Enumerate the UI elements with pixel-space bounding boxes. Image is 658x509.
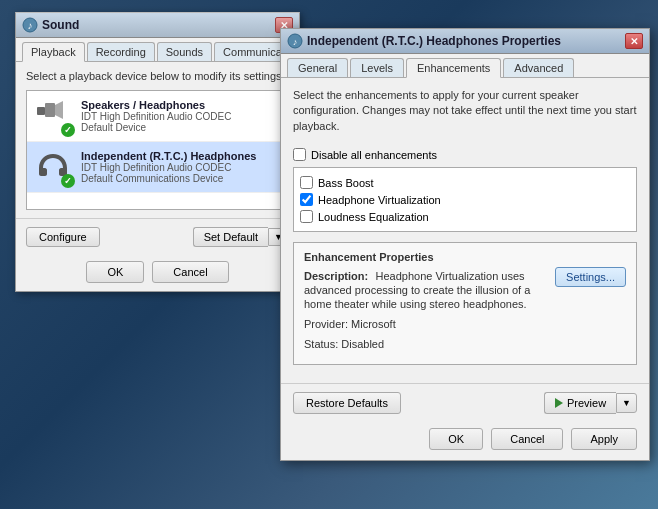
description-label: Description: xyxy=(304,270,368,282)
sound-tabs: Playback Recording Sounds Communications xyxy=(16,38,299,62)
preview-btn-group: Preview ▼ xyxy=(544,392,637,414)
svg-rect-2 xyxy=(45,103,55,117)
props-tab-levels[interactable]: Levels xyxy=(350,58,404,77)
svg-text:♪: ♪ xyxy=(293,37,298,47)
sound-ok-cancel: OK Cancel xyxy=(16,255,299,291)
tab-playback[interactable]: Playback xyxy=(22,42,85,62)
sound-cancel-button[interactable]: Cancel xyxy=(152,261,228,283)
props-ok-button[interactable]: OK xyxy=(429,428,483,450)
props-tab-enhancements[interactable]: Enhancements xyxy=(406,58,501,78)
sound-titlebar: ♪ Sound ✕ xyxy=(16,13,299,38)
device-item-speakers[interactable]: ✓ Speakers / Headphones IDT High Definit… xyxy=(27,91,288,142)
headphones-check: ✓ xyxy=(61,174,75,188)
svg-text:♪: ♪ xyxy=(28,20,33,31)
speakers-info: Speakers / Headphones IDT High Definitio… xyxy=(81,99,280,133)
sound-content: Select a playback device below to modify… xyxy=(16,62,299,218)
props-title: Independent (R.T.C.) Headphones Properti… xyxy=(307,34,561,48)
preview-button[interactable]: Preview xyxy=(544,392,616,414)
disable-all-checkbox[interactable] xyxy=(293,148,306,161)
props-ok-cancel-apply: OK Cancel Apply xyxy=(281,422,649,460)
preview-dropdown[interactable]: ▼ xyxy=(616,393,637,413)
loudness-eq-label: Loudness Equalization xyxy=(318,211,429,223)
enhancement-bass-boost: Bass Boost xyxy=(300,174,630,191)
svg-rect-4 xyxy=(37,107,45,115)
titlebar-left: ♪ Sound xyxy=(22,17,79,33)
props-bottom-buttons: Restore Defaults Preview ▼ xyxy=(281,383,649,422)
speakers-icon-container: ✓ xyxy=(35,97,73,135)
device-item-headphones[interactable]: ✓ Independent (R.T.C.) Headphones IDT Hi… xyxy=(27,142,288,193)
svg-marker-3 xyxy=(55,101,63,119)
props-icon: ♪ xyxy=(287,33,303,49)
headphones-icon-container: ✓ xyxy=(35,148,73,186)
sound-icon: ♪ xyxy=(22,17,38,33)
sound-title: Sound xyxy=(42,18,79,32)
play-icon xyxy=(555,398,563,408)
headphone-virt-label: Headphone Virtualization xyxy=(318,194,441,206)
headphones-line2: Default Communications Device xyxy=(81,173,280,184)
enhancement-headphone-virt: Headphone Virtualization xyxy=(300,191,630,208)
restore-defaults-button[interactable]: Restore Defaults xyxy=(293,392,401,414)
props-dialog: ♪ Independent (R.T.C.) Headphones Proper… xyxy=(280,28,650,461)
headphones-line1: IDT High Definition Audio CODEC xyxy=(81,162,280,173)
set-default-button[interactable]: Set Default xyxy=(193,227,268,247)
headphones-name: Independent (R.T.C.) Headphones xyxy=(81,150,280,162)
props-close-button[interactable]: ✕ xyxy=(625,33,643,49)
bass-boost-checkbox[interactable] xyxy=(300,176,313,189)
disable-all-label: Disable all enhancements xyxy=(311,149,437,161)
loudness-eq-checkbox[interactable] xyxy=(300,210,313,223)
speakers-name: Speakers / Headphones xyxy=(81,99,280,111)
enhancement-list: Bass Boost Headphone Virtualization Loud… xyxy=(293,167,637,232)
enhancement-props-title: Enhancement Properties xyxy=(304,251,626,263)
props-tabs: General Levels Enhancements Advanced xyxy=(281,54,649,78)
speakers-line1: IDT High Definition Audio CODEC xyxy=(81,111,280,122)
enhancement-loudness-eq: Loudness Equalization xyxy=(300,208,630,225)
status-row: Status: Disabled xyxy=(304,337,626,352)
props-content: Select the enhancements to apply for you… xyxy=(281,78,649,383)
enhancements-description: Select the enhancements to apply for you… xyxy=(293,88,637,134)
preview-label: Preview xyxy=(567,397,606,409)
props-tab-general[interactable]: General xyxy=(287,58,348,77)
speakers-check: ✓ xyxy=(61,123,75,137)
sound-ok-button[interactable]: OK xyxy=(86,261,144,283)
playback-label: Select a playback device below to modify… xyxy=(26,70,289,82)
headphone-virt-checkbox[interactable] xyxy=(300,193,313,206)
props-cancel-button[interactable]: Cancel xyxy=(491,428,563,450)
headphones-info: Independent (R.T.C.) Headphones IDT High… xyxy=(81,150,280,184)
speakers-line2: Default Device xyxy=(81,122,280,133)
configure-button[interactable]: Configure xyxy=(26,227,100,247)
sound-bottom-buttons: Configure Set Default ▼ xyxy=(16,218,299,255)
provider-row: Provider: Microsoft xyxy=(304,317,626,332)
device-list: ✓ Speakers / Headphones IDT High Definit… xyxy=(26,90,289,210)
disable-all-row: Disable all enhancements xyxy=(293,144,637,167)
bass-boost-label: Bass Boost xyxy=(318,177,374,189)
tab-recording[interactable]: Recording xyxy=(87,42,155,61)
sound-dialog: ♪ Sound ✕ Playback Recording Sounds Comm… xyxy=(15,12,300,292)
props-apply-button[interactable]: Apply xyxy=(571,428,637,450)
props-titlebar-left: ♪ Independent (R.T.C.) Headphones Proper… xyxy=(287,33,561,49)
enhancement-props-box: Enhancement Properties Description: Head… xyxy=(293,242,637,365)
set-default-group: Set Default ▼ xyxy=(193,227,289,247)
props-titlebar: ♪ Independent (R.T.C.) Headphones Proper… xyxy=(281,29,649,54)
tab-sounds[interactable]: Sounds xyxy=(157,42,212,61)
props-tab-advanced[interactable]: Advanced xyxy=(503,58,574,77)
settings-button[interactable]: Settings... xyxy=(555,267,626,287)
